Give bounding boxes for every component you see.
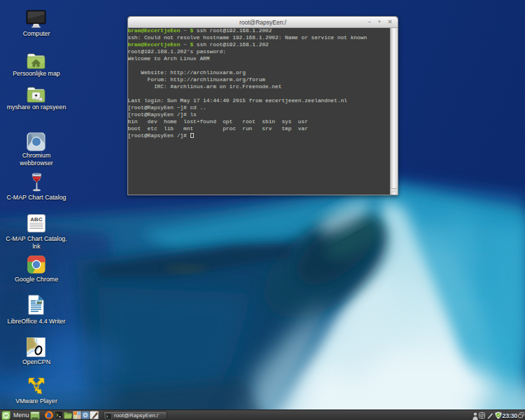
- svg-text:ABC: ABC: [30, 216, 43, 223]
